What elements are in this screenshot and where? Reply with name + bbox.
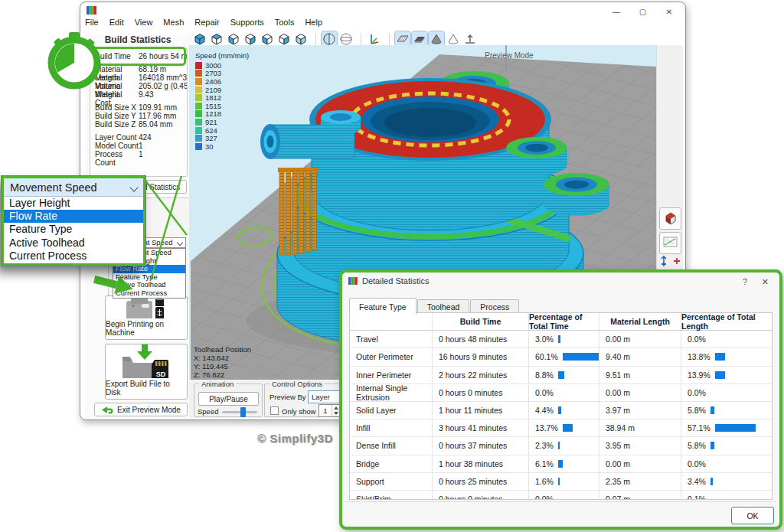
- menu-edit[interactable]: Edit: [109, 18, 124, 30]
- coloring-option[interactable]: Current Process: [113, 289, 185, 298]
- spinner-down-icon[interactable]: [334, 412, 338, 415]
- percentage-bar: [558, 406, 561, 414]
- begin-printing-button[interactable]: Begin Printing on Machine: [105, 295, 188, 340]
- toolhead-z-value: Z: 76.822: [194, 370, 251, 379]
- coloring-option[interactable]: Flow Rate: [113, 265, 185, 273]
- menu-tools[interactable]: Tools: [275, 18, 295, 30]
- menu-supports[interactable]: Supports: [230, 18, 264, 30]
- legend-swatch: [195, 135, 202, 142]
- view-right-cube-icon[interactable]: [293, 31, 309, 46]
- menu-file[interactable]: File: [85, 18, 99, 30]
- stat-value: 117.96 mm: [139, 112, 187, 120]
- stopwatch-icon: [44, 31, 104, 90]
- show-build-plate-icon[interactable]: [395, 31, 410, 46]
- percentage-cell: 0.0%: [681, 455, 772, 472]
- menu-repair[interactable]: Repair: [194, 18, 219, 30]
- percentage-cell: 60.1%: [529, 348, 599, 365]
- detailed-statistics-dialog: Detailed Statistics ? ✕ Feature TypeTool…: [339, 269, 782, 530]
- col-header: Percentage of Total Time: [529, 313, 599, 330]
- view-bottom-cube-icon[interactable]: [226, 31, 241, 46]
- view-top-cube-icon[interactable]: [209, 31, 224, 46]
- printer-usb-icon: [125, 296, 168, 318]
- table-row: Bridge1 hour 38 minutes6.1%0.00 m0.0%: [350, 455, 772, 473]
- speed-slider[interactable]: [222, 411, 257, 413]
- wireframe-sphere-icon[interactable]: [338, 31, 354, 46]
- dialog-titlebar[interactable]: Detailed Statistics: [348, 276, 429, 286]
- chevron-down-icon: [177, 240, 183, 246]
- view-front-cube-icon[interactable]: [243, 31, 258, 46]
- dialog-help-icon[interactable]: ?: [743, 277, 747, 286]
- export-build-file-button[interactable]: SD Export Build File to Disk: [105, 344, 188, 400]
- coloring-option[interactable]: Feature Type: [113, 273, 185, 282]
- play-pause-button[interactable]: Play/Pause: [198, 392, 259, 406]
- view-default-cube-icon[interactable]: [192, 31, 207, 46]
- layer-count-value: 1: [319, 405, 332, 416]
- feature-name-cell: Internal Single Extrusion: [350, 384, 433, 401]
- table-row: Support0 hours 25 minutes1.6%2.35 m3.4%: [350, 473, 772, 491]
- variable-settings-tool-button[interactable]: [659, 232, 681, 254]
- only-show-checkbox[interactable]: [270, 406, 279, 415]
- minimize-icon[interactable]: —: [605, 6, 628, 18]
- maximize-icon[interactable]: ▢: [632, 6, 655, 18]
- window-titlebar[interactable]: — ▢ ✕: [80, 2, 685, 18]
- table-row: Infill3 hours 41 minutes13.7%38.94 m57.1…: [350, 419, 772, 437]
- dialog-close-icon[interactable]: ✕: [762, 277, 769, 287]
- view-back-cube-icon[interactable]: [260, 31, 275, 46]
- stat-label: Model Count: [95, 142, 139, 150]
- menu-view[interactable]: View: [135, 18, 153, 30]
- coloring-option[interactable]: Active Toolhead: [113, 281, 185, 289]
- preview-by-label: Preview By: [270, 393, 306, 401]
- stat-row: Build Size X109.91 mm: [95, 103, 187, 112]
- speed-slider-handle[interactable]: [240, 407, 246, 417]
- speed-slider-label: Speed: [198, 407, 218, 416]
- stat-row: Build Size Z85.04 mm: [95, 120, 187, 129]
- percentage-cell: 5.8%: [681, 402, 772, 419]
- axis-jog-icons[interactable]: [660, 255, 680, 267]
- coordinate-axes-icon[interactable]: [367, 31, 382, 46]
- percentage-bar: [558, 335, 560, 343]
- stat-row: Layer Count424: [95, 133, 187, 142]
- ok-button[interactable]: OK: [731, 507, 774, 524]
- solid-model-icon[interactable]: [429, 31, 444, 46]
- coloring-dropdown-callout: Movement Speed Layer HeightFlow RateFeat…: [2, 176, 145, 266]
- percentage-cell: 3.0%: [529, 331, 599, 348]
- show-supports-icon[interactable]: [462, 31, 478, 46]
- stat-value: 85.04 mm: [139, 120, 187, 129]
- stat-value: 424: [139, 133, 187, 142]
- app-logo-icon: [87, 5, 96, 15]
- menu-mesh[interactable]: Mesh: [163, 18, 184, 30]
- view-left-cube-icon[interactable]: [276, 31, 292, 46]
- percentage-cell: 8.8%: [529, 367, 599, 383]
- export-folder-sd-icon: SD: [121, 344, 172, 378]
- show-layers-icon[interactable]: [412, 31, 427, 46]
- percentage-cell: 13.7%: [529, 419, 599, 436]
- percentage-bar: [715, 424, 756, 432]
- close-icon[interactable]: ✕: [658, 6, 681, 18]
- only-show-label: Only show: [282, 407, 315, 416]
- cross-section-tool-button[interactable]: [659, 207, 681, 230]
- cross-section-icon[interactable]: [322, 31, 337, 46]
- callout-header: Movement Speed: [4, 178, 143, 197]
- stat-value: 68.19 m: [139, 65, 187, 73]
- spinner-up-icon[interactable]: [334, 406, 338, 410]
- tab-feature-type[interactable]: Feature Type: [349, 298, 416, 315]
- exit-preview-mode-button[interactable]: Exit Preview Mode: [94, 403, 188, 416]
- toolhead-position-readout: Toolhead Position X: 143.842 Y: 119.445 …: [194, 345, 251, 379]
- percentage-cell: 1.6%: [529, 473, 599, 490]
- stat-row: Material Weight205.02 g (0.45 lb): [95, 82, 187, 90]
- layer-count-spinner[interactable]: 1: [318, 404, 340, 417]
- toolbar-separator: [310, 33, 316, 45]
- build-time-cell: 0 hours 0 minutes: [433, 384, 529, 401]
- toolbar-separator: [355, 33, 361, 45]
- table-row: Skirt/Brim0 hours 0 minutes0.0%0.07 m0.1…: [350, 491, 772, 500]
- menu-help[interactable]: Help: [305, 18, 322, 30]
- chevron-down-icon: [129, 183, 138, 191]
- percentage-bar: [558, 442, 560, 449]
- table-row: Solid Layer1 hour 11 minutes4.4%3.97 m5.…: [350, 402, 772, 419]
- wireframe-model-icon[interactable]: [446, 31, 461, 46]
- material-length-cell: 9.40 m: [599, 348, 681, 365]
- dialog-title: Detailed Statistics: [362, 276, 429, 286]
- legend-swatch: [195, 143, 202, 150]
- dialog-separator: [345, 501, 776, 502]
- legend-value: 624: [205, 126, 217, 135]
